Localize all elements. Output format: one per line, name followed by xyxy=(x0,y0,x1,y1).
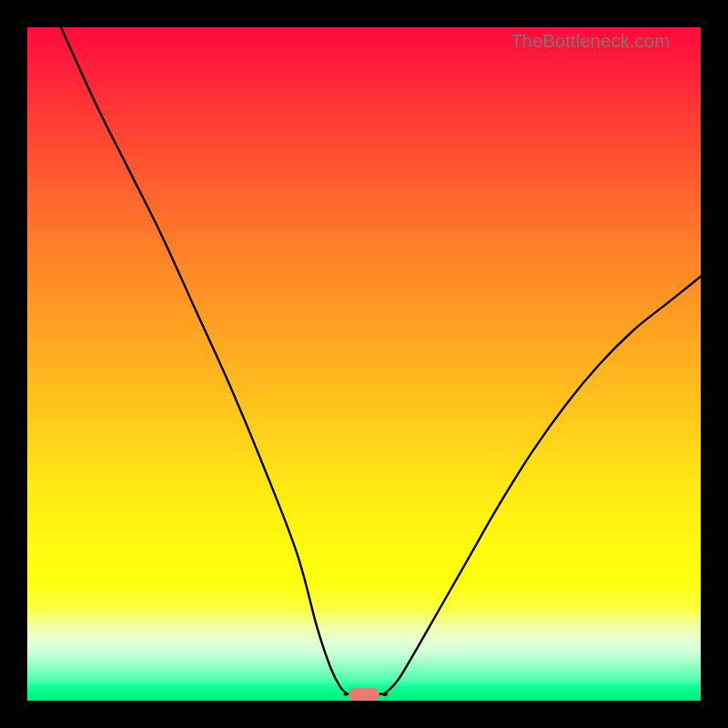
optimum-marker xyxy=(349,688,379,701)
chart-frame: TheBottleneck.com xyxy=(0,0,728,728)
plot-area: TheBottleneck.com xyxy=(27,27,701,701)
bottleneck-curve xyxy=(61,27,701,695)
curve-svg xyxy=(27,27,701,701)
